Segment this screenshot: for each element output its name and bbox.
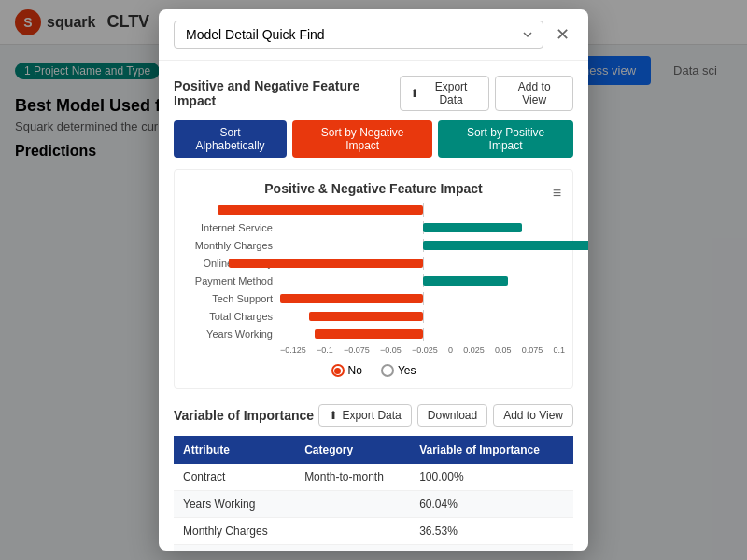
- export-icon: ⬆: [410, 87, 419, 100]
- table-row: Contract Month-to-month 100.00%: [174, 464, 573, 491]
- col-attribute: Attribute: [174, 436, 295, 464]
- bar-pos-internet: [423, 223, 523, 232]
- cell-attribute: Years Working: [174, 491, 295, 518]
- sort-buttons: Sort Alphabetically Sort by Negative Imp…: [174, 120, 573, 158]
- bar-row-years: Years Working: [182, 328, 565, 341]
- modal-overlay: Model Detail Quick Find ✕ Positive and N…: [0, 0, 747, 560]
- cell-attribute: Total Charges: [174, 545, 295, 552]
- chart-wrapper: Positive & Negative Feature Impact ≡: [182, 181, 565, 196]
- modal-title-select[interactable]: Model Detail Quick Find: [174, 21, 543, 49]
- voi-add-button[interactable]: Add to View: [493, 404, 573, 427]
- bar-chart: Contract Internet Service: [182, 203, 565, 341]
- modal-close-button[interactable]: ✕: [551, 23, 573, 46]
- feature-add-button[interactable]: Add to View: [495, 76, 573, 111]
- cell-category: [295, 518, 410, 545]
- bar-row-online: Online Security: [182, 257, 565, 270]
- radio-no-circle: [331, 364, 345, 377]
- voi-download-button[interactable]: Download: [417, 404, 487, 427]
- cell-importance: 100.00%: [410, 464, 573, 491]
- modal-body: Positive and Negative Feature Impact ⬆ E…: [159, 61, 588, 551]
- voi-export-button[interactable]: ⬆ Export Data: [318, 404, 411, 427]
- voi-export-icon: ⬆: [329, 409, 338, 422]
- radio-group: No Yes: [182, 364, 565, 377]
- sort-pos-button[interactable]: Sort by Positive Impact: [438, 120, 573, 158]
- cell-category: [295, 491, 410, 518]
- voi-table-header-row: Attribute Category Variable of Importanc…: [174, 436, 573, 464]
- cell-category: [295, 545, 410, 552]
- x-axis-labels: −0.125 −0.1 −0.075 −0.05 −0.025 0 0.025 …: [280, 345, 565, 355]
- bar-neg-total: [309, 312, 423, 321]
- bar-pos-monthly: [423, 241, 589, 250]
- sort-alpha-button[interactable]: Sort Alphabetically: [174, 120, 287, 158]
- radio-yes-circle: [381, 364, 394, 377]
- bar-row-tech: Tech Support: [182, 292, 565, 305]
- bar-neg-tech: [280, 294, 423, 303]
- voi-table: Attribute Category Variable of Importanc…: [174, 436, 573, 551]
- radio-no-label: No: [348, 364, 362, 377]
- radio-yes[interactable]: Yes: [381, 364, 416, 377]
- feature-impact-chart: Positive & Negative Feature Impact ≡ Con…: [174, 169, 573, 389]
- cell-attribute: Monthly Charges: [174, 518, 295, 545]
- modal-header: Model Detail Quick Find ✕: [159, 9, 588, 61]
- chart-menu-icon[interactable]: ≡: [553, 185, 561, 202]
- cell-attribute: Contract: [174, 464, 295, 491]
- bar-row-monthly: Monthly Charges: [182, 239, 565, 252]
- bar-row-total: Total Charges: [182, 310, 565, 323]
- cell-importance: 36.53%: [410, 518, 573, 545]
- col-importance: Variable of Importance: [410, 436, 573, 464]
- radio-yes-label: Yes: [398, 364, 416, 377]
- modal-dialog: Model Detail Quick Find ✕ Positive and N…: [159, 9, 588, 551]
- bar-pos-payment: [423, 276, 509, 286]
- table-row: Total Charges 34.69%: [174, 545, 573, 552]
- bar-row-internet: Internet Service: [182, 221, 565, 234]
- sort-neg-button[interactable]: Sort by Negative Impact: [292, 120, 432, 158]
- bar-neg-contract: [218, 205, 423, 215]
- col-category: Category: [295, 436, 410, 464]
- cell-importance: 60.04%: [410, 491, 573, 518]
- cell-category: Month-to-month: [295, 464, 410, 491]
- bar-neg-years: [315, 329, 423, 339]
- voi-section: Variable of Importance ⬆ Export Data Dow…: [174, 404, 573, 551]
- feature-impact-title: Positive and Negative Feature Impact: [174, 78, 400, 108]
- cell-importance: 34.69%: [410, 545, 573, 552]
- voi-title: Variable of Importance: [174, 408, 314, 423]
- feature-export-button[interactable]: ⬆ Export Data: [400, 76, 490, 111]
- bar-row-contract: Contract: [182, 203, 565, 217]
- bar-row-payment: Payment Method: [182, 274, 565, 287]
- radio-no[interactable]: No: [331, 364, 362, 377]
- table-row: Monthly Charges 36.53%: [174, 518, 573, 545]
- voi-table-body: Contract Month-to-month 100.00% Years Wo…: [174, 464, 573, 551]
- voi-header: Variable of Importance ⬆ Export Data Dow…: [174, 404, 573, 427]
- feature-impact-header: Positive and Negative Feature Impact ⬆ E…: [174, 76, 573, 111]
- table-row: Years Working 60.04%: [174, 491, 573, 518]
- bar-neg-online: [229, 259, 422, 268]
- chart-title: Positive & Negative Feature Impact: [182, 181, 565, 196]
